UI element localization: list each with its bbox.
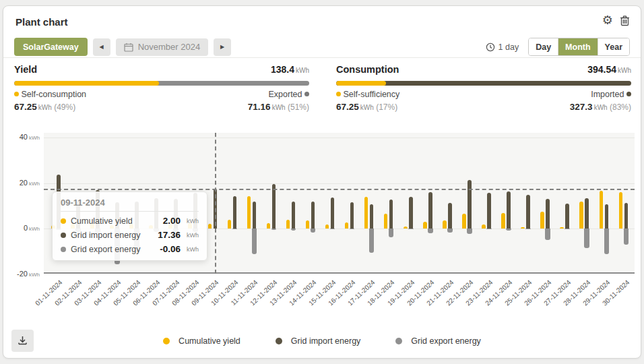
grid-export-energy-bar[interactable]: [232, 229, 238, 229]
grid-export-energy-bar[interactable]: [408, 229, 414, 229]
grid-import-energy-bar[interactable]: [487, 193, 491, 229]
grid-import-energy-bar[interactable]: [331, 198, 335, 229]
yield-summary: Yield 138.4kWh Self-consumption Exported…: [11, 63, 312, 112]
yield-left-value: 67.25kWh (49%): [14, 102, 75, 112]
y-tick-label: -20kWh: [5, 270, 40, 278]
y-tick-label: 0kWh: [5, 224, 40, 232]
grid-export-energy-bar[interactable]: [565, 229, 570, 229]
cumulative-yield-bar[interactable]: [482, 224, 486, 229]
consumption-title: Consumption: [336, 64, 399, 75]
grid-import-energy-bar[interactable]: [448, 203, 452, 229]
clock-icon: [486, 42, 495, 52]
grid-export-energy-bar[interactable]: [252, 229, 257, 254]
yield-right-label: Exported: [268, 90, 309, 99]
grid-import-energy-bar[interactable]: [468, 180, 472, 229]
grid-export-energy-bar[interactable]: [624, 229, 629, 245]
grid-export-energy-bar[interactable]: [350, 229, 355, 229]
tooltip-row: Grid import energy17.36kWh: [61, 230, 199, 240]
cumulative-yield-bar[interactable]: [540, 212, 544, 229]
tooltip-date: 09-11-2024: [61, 198, 199, 212]
grid-export-energy-bar[interactable]: [584, 229, 589, 248]
view-tab-year[interactable]: Year: [598, 38, 629, 55]
legend-item[interactable]: Grid export energy: [395, 336, 481, 346]
legend-item[interactable]: Grid import energy: [276, 336, 361, 346]
next-period-button[interactable]: ▶: [214, 38, 231, 56]
grid-export-energy-bar[interactable]: [369, 229, 375, 253]
calendar-icon: [124, 42, 133, 52]
interval-indicator: 1 day: [486, 42, 519, 52]
grid-import-energy-bar[interactable]: [272, 184, 276, 229]
cumulative-yield-bar[interactable]: [600, 191, 604, 229]
grid-export-energy-bar[interactable]: [291, 229, 296, 231]
grid-import-energy-bar[interactable]: [507, 191, 511, 229]
grid-import-energy-bar[interactable]: [624, 203, 629, 229]
cumulative-yield-bar[interactable]: [306, 220, 310, 229]
grid-import-energy-bar[interactable]: [428, 192, 432, 229]
grid-import-energy-bar[interactable]: [370, 204, 374, 229]
yield-title: Yield: [14, 64, 37, 75]
cumulative-yield-bar[interactable]: [267, 223, 271, 229]
grid-import-energy-bar[interactable]: [526, 195, 530, 229]
cumulative-yield-bar[interactable]: [325, 224, 329, 229]
legend-item[interactable]: Cumulative yield: [163, 336, 240, 346]
gateway-button[interactable]: SolarGateway: [14, 38, 88, 56]
consumption-total: 394.54kWh: [587, 63, 631, 75]
consumption-summary: Consumption 394.54kWh Self-sufficiency I…: [333, 63, 634, 112]
grid-import-energy-bar[interactable]: [292, 202, 296, 229]
cumulative-yield-bar[interactable]: [345, 222, 349, 229]
grid-export-energy-bar[interactable]: [604, 229, 610, 254]
y-tick-label: 40kWh: [5, 133, 40, 141]
page-title: Plant chart: [15, 16, 68, 28]
cumulative-yield-bar[interactable]: [423, 222, 427, 229]
grid-import-energy-bar[interactable]: [585, 198, 589, 229]
prev-period-button[interactable]: ◀: [93, 38, 110, 56]
grid-import-energy-bar[interactable]: [311, 202, 315, 229]
cumulative-yield-bar[interactable]: [404, 226, 408, 229]
cumulative-yield-bar[interactable]: [443, 220, 447, 229]
view-tab-day[interactable]: Day: [529, 38, 558, 55]
consumption-left-label: Self-sufficiency: [336, 90, 399, 99]
exported-dot-icon: [304, 92, 309, 96]
cumulative-yield-bar[interactable]: [501, 213, 505, 229]
grid-export-energy-bar[interactable]: [447, 229, 453, 233]
grid-import-energy-bar[interactable]: [253, 202, 257, 229]
grid-import-energy-bar[interactable]: [389, 200, 393, 229]
grid-import-energy-bar[interactable]: [565, 204, 569, 229]
date-picker-button[interactable]: November 2024: [116, 38, 209, 56]
grid-export-energy-bar[interactable]: [389, 229, 394, 237]
cumulative-yield-bar[interactable]: [384, 214, 388, 229]
tooltip-row: Cumulative yield2.00kWh: [61, 216, 199, 226]
cumulative-yield-bar[interactable]: [208, 224, 212, 229]
cumulative-yield-bar[interactable]: [560, 227, 564, 229]
grid-import-energy-bar[interactable]: [409, 197, 413, 229]
grid-export-energy-bar[interactable]: [486, 229, 492, 229]
grid-export-energy-bar[interactable]: [428, 229, 433, 233]
chart-legend: Cumulative yieldGrid import energyGrid e…: [3, 336, 641, 346]
cumulative-yield-bar[interactable]: [462, 214, 466, 229]
grid-export-energy-bar[interactable]: [545, 229, 550, 240]
cumulative-yield-bar[interactable]: [521, 227, 525, 229]
grid-export-energy-bar[interactable]: [506, 229, 511, 231]
cumulative-yield-bar[interactable]: [286, 220, 290, 229]
grid-export-energy-bar[interactable]: [330, 229, 335, 229]
view-switcher: DayMonthYear: [528, 38, 630, 56]
grid-import-energy-bar[interactable]: [605, 204, 609, 229]
delete-trash-icon[interactable]: [620, 15, 630, 26]
grid-export-energy-bar[interactable]: [525, 229, 531, 229]
plant-chart-card: Plant chart ⚙ SolarGateway ◀ November 20…: [3, 5, 641, 359]
cumulative-yield-bar[interactable]: [619, 192, 623, 229]
cumulative-yield-bar[interactable]: [579, 202, 583, 229]
grid-export-energy-bar[interactable]: [311, 229, 316, 233]
view-tab-month[interactable]: Month: [558, 38, 597, 55]
grid-import-energy-bar[interactable]: [350, 202, 354, 229]
cumulative-yield-bar[interactable]: [364, 197, 368, 229]
tooltip-row: Grid export energy-0.06kWh: [61, 244, 199, 254]
grid-export-energy-bar[interactable]: [467, 229, 472, 234]
header-divider: [3, 57, 641, 58]
cumulative-yield-bar[interactable]: [228, 220, 232, 229]
grid-import-energy-bar[interactable]: [546, 199, 550, 229]
grid-export-energy-bar[interactable]: [271, 229, 277, 230]
settings-gear-icon[interactable]: ⚙: [602, 14, 613, 26]
grid-import-energy-bar[interactable]: [233, 196, 237, 229]
cumulative-yield-bar[interactable]: [247, 196, 251, 229]
